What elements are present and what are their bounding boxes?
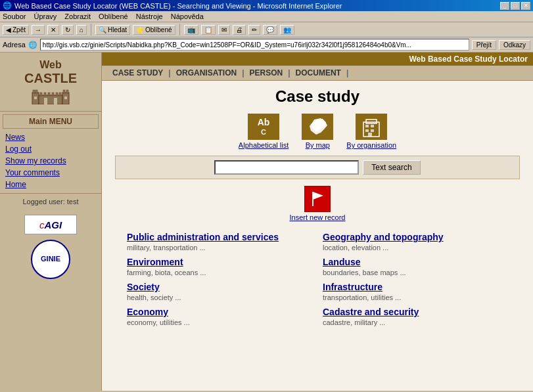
star-icon: ⭐ <box>136 26 144 33</box>
toolbar: ◀ Zpět → ✕ ↻ ⌂ 🔍 Hledat ⭐ Oblíbené 📺 📋 ✉… <box>0 22 533 37</box>
category-link-environment[interactable]: Environment <box>127 257 312 267</box>
title-bar: 🌐 Web Based Case Study Locator (WEB CAST… <box>0 0 533 11</box>
menu-nastroje[interactable]: Nástroje <box>136 12 163 20</box>
alphabetical-list-label: Alphabetical list <box>239 141 289 149</box>
media-button[interactable]: 📺 <box>184 25 198 35</box>
back-button[interactable]: ◀ Zpět <box>3 25 29 35</box>
header-bar: Web Based Case Study Locator <box>102 53 533 66</box>
category-link-landuse[interactable]: Landuse <box>323 257 508 267</box>
history-button[interactable]: 📋 <box>201 25 216 35</box>
alphabetical-list-view[interactable]: Ab C Alphabetical list <box>239 114 289 149</box>
svg-marker-27 <box>313 192 323 200</box>
main-container: Web CASTLE <box>0 53 533 391</box>
sidebar-item-home[interactable]: Home <box>3 179 99 190</box>
svg-rect-2 <box>35 90 37 93</box>
maximize-button[interactable]: □ <box>511 2 520 10</box>
messenger-button[interactable]: 👥 <box>280 25 294 35</box>
address-bar: Adresa 🌐 Přejít Odkazy <box>0 37 533 53</box>
category-link-public-admin[interactable]: Public administration and services <box>127 232 312 242</box>
menu-upravy[interactable]: Úpravy <box>34 12 57 20</box>
address-icon: 🌐 <box>28 41 37 49</box>
castle-decoration <box>7 86 95 104</box>
nav-case-study[interactable]: CASE STUDY <box>107 68 168 77</box>
category-desc-infrastructure: transportation, utilities ... <box>323 294 508 301</box>
category-desc-geography: location, elevation ... <box>323 244 508 251</box>
search-input[interactable] <box>214 160 359 175</box>
svg-rect-14 <box>44 98 47 104</box>
menu-napoveda[interactable]: Nápověda <box>171 12 204 20</box>
sidebar: Web CASTLE <box>0 53 102 391</box>
svg-rect-20 <box>366 120 377 123</box>
svg-rect-25 <box>368 133 372 137</box>
search-toolbar-button[interactable]: 🔍 Hledat <box>95 25 130 35</box>
text-search-button[interactable]: Text search <box>363 160 420 175</box>
category-public-admin: Public administration and services milit… <box>122 229 317 254</box>
nav-organisation[interactable]: ORGANISATION <box>171 68 242 77</box>
menu-oblibene[interactable]: Oblíbené <box>99 12 128 20</box>
svg-rect-1 <box>33 90 35 93</box>
ginie-logo: GINIE <box>31 240 70 279</box>
main-menu: Main MENU News Log out Show my records Y… <box>0 112 101 194</box>
svg-rect-23 <box>365 129 369 132</box>
mail-button[interactable]: ✉ <box>218 25 230 35</box>
edit-button[interactable]: ✏ <box>248 25 260 35</box>
category-link-society[interactable]: Society <box>127 282 312 292</box>
category-geography: Geography and topography location, eleva… <box>317 229 513 254</box>
links-button[interactable]: Odkazy <box>499 40 530 50</box>
go-button[interactable]: Přejít <box>472 40 496 50</box>
categories-grid: Public administration and services milit… <box>115 229 520 329</box>
brand-label: Web Based Case Study Locator <box>409 54 528 64</box>
favorites-button[interactable]: ⭐ Oblíbené <box>133 25 175 35</box>
address-input[interactable] <box>40 39 469 51</box>
insert-flag-icon <box>308 189 327 209</box>
category-link-geography[interactable]: Geography and topography <box>323 232 508 242</box>
menu-zobrazit[interactable]: Zobrazit <box>64 12 91 20</box>
logged-user: Logged user: test <box>0 194 101 209</box>
home-button[interactable]: ⌂ <box>76 25 87 35</box>
nav-bar: CASE STUDY | ORGANISATION | PERSON | DOC… <box>102 66 533 81</box>
europe-map-icon <box>304 116 331 137</box>
svg-rect-22 <box>371 125 374 127</box>
building-icon-box <box>356 114 387 140</box>
window-title: Web Based Case Study Locator (WEB CASTLE… <box>14 2 342 10</box>
category-link-cadastre[interactable]: Cadastre and security <box>323 307 508 317</box>
category-link-infrastructure[interactable]: Infrastructure <box>323 282 508 292</box>
sidebar-item-comments[interactable]: Your comments <box>3 167 99 179</box>
search-icon: 🔍 <box>99 26 106 33</box>
insert-label[interactable]: Insert new record <box>290 213 346 221</box>
logo-area: Web CASTLE <box>0 53 101 112</box>
nav-document[interactable]: DOCUMENT <box>290 68 346 77</box>
insert-icon[interactable] <box>304 186 331 212</box>
svg-rect-8 <box>56 93 58 96</box>
sidebar-item-news[interactable]: News <box>3 131 99 143</box>
building-svg-icon <box>358 116 384 138</box>
svg-rect-12 <box>66 90 68 93</box>
stop-button[interactable]: ✕ <box>47 25 59 35</box>
back-icon: ◀ <box>6 26 11 33</box>
by-map-view[interactable]: By map <box>302 114 333 149</box>
category-desc-public-admin: military, transportation ... <box>127 244 312 251</box>
view-icons: Ab C Alphabetical list By map <box>115 114 520 149</box>
close-button[interactable]: ✕ <box>521 2 530 10</box>
app-icon: 🌐 <box>3 1 12 10</box>
forward-button[interactable]: → <box>32 25 45 35</box>
print-button[interactable]: 🖨 <box>233 25 246 35</box>
discuss-button[interactable]: 💬 <box>263 25 277 35</box>
minimize-button[interactable]: _ <box>500 2 509 10</box>
category-cadastre: Cadastre and security cadastre, military… <box>317 304 513 329</box>
castle-icon <box>31 86 70 104</box>
svg-rect-9 <box>59 93 61 96</box>
by-organisation-view[interactable]: By organisation <box>346 114 396 149</box>
refresh-button[interactable]: ↻ <box>62 25 74 35</box>
svg-rect-15 <box>54 98 57 104</box>
sidebar-item-logout[interactable]: Log out <box>3 143 99 155</box>
svg-rect-6 <box>48 93 50 96</box>
category-link-economy[interactable]: Economy <box>127 307 312 317</box>
nav-person[interactable]: PERSON <box>244 68 289 77</box>
svg-rect-7 <box>52 93 54 96</box>
address-label: Adresa <box>3 41 26 49</box>
menu-soubor[interactable]: Soubor <box>3 12 26 20</box>
category-society: Society health, society ... <box>122 279 317 304</box>
category-desc-landuse: boundaries, base maps ... <box>323 269 508 276</box>
sidebar-item-show-records[interactable]: Show my records <box>3 155 99 167</box>
